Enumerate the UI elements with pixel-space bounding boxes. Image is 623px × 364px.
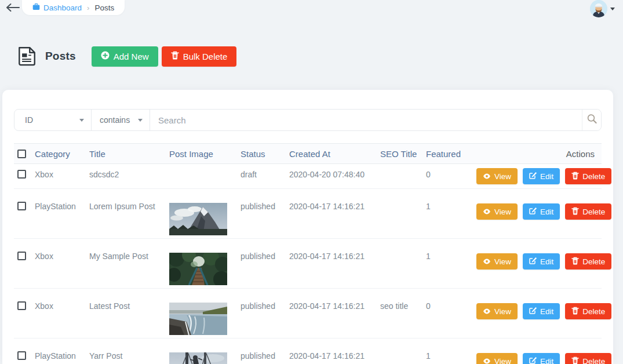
trash-icon [571, 257, 579, 267]
col-header-status: Status [241, 149, 289, 159]
row-actions: View Edit Delete [476, 289, 613, 319]
cell-featured: 0 [426, 289, 476, 311]
row-actions: View Edit Delete [476, 338, 613, 364]
table-row: Xbox sdcsdc2 draft 2020-04-20 07:48:40 0… [14, 164, 602, 189]
cell-created-at: 2020-04-17 14:16:21 [289, 189, 380, 211]
edit-button[interactable]: Edit [523, 353, 560, 364]
edit-button[interactable]: Edit [523, 253, 560, 270]
user-menu[interactable] [590, 0, 615, 17]
edit-icon [529, 257, 537, 266]
delete-button[interactable]: Delete [565, 303, 611, 319]
trash-icon [171, 51, 179, 61]
bulk-delete-label: Bulk Delete [183, 52, 228, 61]
back-button[interactable] [5, 1, 21, 15]
edit-label: Edit [540, 172, 553, 181]
cell-created-at: 2020-04-17 14:16:21 [289, 239, 380, 261]
user-avatar [590, 0, 607, 17]
bulk-delete-button[interactable]: Bulk Delete [162, 46, 237, 67]
row-checkbox[interactable] [17, 252, 26, 260]
filter-bar: ID contains [14, 109, 602, 131]
table-row: Xbox Latest Post [14, 289, 602, 338]
cell-title: Latest Post [89, 289, 169, 311]
cell-title: sdcsdc2 [89, 164, 169, 179]
plus-circle-icon [101, 51, 110, 61]
view-label: View [494, 172, 511, 181]
edit-icon [529, 172, 537, 181]
table-row: PlayStation Lorem Ipsum Post [14, 189, 602, 239]
chevron-down-icon [610, 8, 615, 10]
cell-status: published [241, 239, 289, 261]
top-bar: Dashboard › Posts [0, 0, 623, 16]
edit-icon [529, 356, 537, 364]
cell-created-at: 2020-04-20 07:48:40 [289, 164, 380, 179]
edit-button[interactable]: Edit [523, 203, 560, 220]
delete-label: Delete [582, 307, 605, 316]
edit-button[interactable]: Edit [523, 303, 560, 319]
briefcase-icon [32, 3, 40, 12]
cell-featured: 1 [426, 189, 476, 211]
filter-operator-select[interactable]: contains [92, 110, 150, 130]
filter-field-value: ID [25, 115, 33, 125]
view-label: View [494, 257, 511, 266]
trash-icon [571, 307, 579, 316]
row-actions: View Edit Delete [476, 189, 613, 220]
col-header-category: Category [35, 149, 89, 159]
view-label: View [494, 357, 511, 364]
breadcrumb-current: Posts [94, 3, 114, 12]
add-new-button[interactable]: Add New [92, 46, 158, 67]
posts-document-icon [16, 45, 37, 67]
delete-label: Delete [582, 257, 605, 266]
col-header-actions: Actions [476, 149, 602, 159]
edit-label: Edit [540, 307, 553, 316]
add-new-label: Add New [114, 52, 149, 61]
row-checkbox[interactable] [17, 170, 26, 179]
chevron-down-icon [138, 119, 143, 122]
search-button[interactable] [582, 110, 601, 130]
cell-seo-title [380, 164, 426, 170]
cell-featured: 0 [426, 164, 476, 179]
eye-icon [483, 357, 491, 364]
edit-icon [529, 307, 537, 316]
search-input[interactable] [150, 110, 582, 130]
cell-featured: 1 [426, 239, 476, 261]
view-button[interactable]: View [476, 303, 518, 319]
edit-button[interactable]: Edit [523, 168, 560, 184]
back-arrow-icon [5, 3, 20, 14]
view-button[interactable]: View [476, 203, 518, 220]
delete-button[interactable]: Delete [565, 253, 611, 270]
delete-button[interactable]: Delete [565, 168, 611, 184]
delete-label: Delete [582, 357, 605, 364]
delete-button[interactable]: Delete [565, 203, 611, 220]
delete-label: Delete [582, 208, 605, 216]
filter-operator-value: contains [100, 115, 130, 125]
post-image-jungle-bridge [169, 253, 227, 285]
cell-created-at: 2020-04-17 14:16:21 [289, 338, 380, 361]
view-button[interactable]: View [476, 353, 518, 364]
filter-field-select[interactable]: ID [14, 110, 92, 130]
row-checkbox[interactable] [17, 202, 26, 210]
table-row: PlayStation Yarr Post [14, 338, 602, 364]
delete-button[interactable]: Delete [565, 353, 611, 364]
eye-icon [483, 307, 491, 316]
post-image-waterfall [169, 303, 227, 335]
table-header-row: Category Title Post Image Status Created… [14, 143, 602, 164]
row-checkbox[interactable] [17, 351, 26, 360]
chevron-down-icon [79, 119, 84, 122]
search-field-wrap [150, 110, 582, 130]
row-checkbox[interactable] [17, 301, 26, 310]
breadcrumb-dashboard-link[interactable]: Dashboard [32, 3, 82, 12]
eye-icon [483, 257, 491, 266]
post-image-ship-mast [169, 352, 227, 364]
view-button[interactable]: View [476, 253, 518, 270]
row-actions: View Edit Delete [476, 164, 613, 184]
col-header-seo-title: SEO Title [380, 149, 426, 159]
cell-title: My Sample Post [89, 239, 169, 261]
trash-icon [571, 172, 579, 181]
cell-category: PlayStation [35, 338, 89, 361]
cell-created-at: 2020-04-17 14:16:21 [289, 289, 380, 311]
cell-featured: 1 [426, 338, 476, 361]
view-button[interactable]: View [476, 168, 518, 184]
select-all-checkbox[interactable] [17, 150, 26, 158]
edit-label: Edit [540, 208, 553, 216]
content-card: ID contains Category Title Post Image St… [2, 90, 613, 364]
